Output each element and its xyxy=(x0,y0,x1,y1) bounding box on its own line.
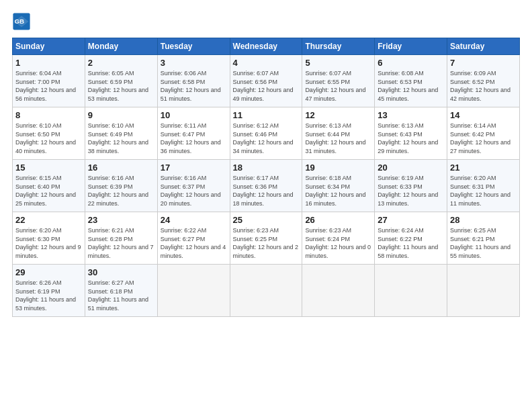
table-row: 1Sunrise: 6:04 AMSunset: 7:00 PMDaylight… xyxy=(13,55,85,107)
day-info: Sunrise: 6:05 AMSunset: 6:59 PMDaylight:… xyxy=(88,69,154,103)
table-row: 23Sunrise: 6:21 AMSunset: 6:28 PMDayligh… xyxy=(85,212,157,265)
table-row: 20Sunrise: 6:19 AMSunset: 6:33 PMDayligh… xyxy=(375,160,447,212)
logo: GB xyxy=(12,12,34,31)
day-info: Sunrise: 6:23 AMSunset: 6:24 PMDaylight:… xyxy=(305,226,371,260)
day-info: Sunrise: 6:22 AMSunset: 6:27 PMDaylight:… xyxy=(161,226,227,260)
day-info: Sunrise: 6:07 AMSunset: 6:56 PMDaylight:… xyxy=(233,69,300,103)
day-number: 29 xyxy=(15,267,82,277)
col-tuesday: Tuesday xyxy=(157,38,230,55)
day-number: 4 xyxy=(233,58,300,68)
day-number: 23 xyxy=(88,215,154,225)
day-number: 19 xyxy=(305,163,371,173)
day-info: Sunrise: 6:06 AMSunset: 6:58 PMDaylight:… xyxy=(161,69,227,103)
page-header: GB xyxy=(12,12,520,31)
table-row: 18Sunrise: 6:17 AMSunset: 6:36 PMDayligh… xyxy=(230,160,302,212)
day-number: 20 xyxy=(378,163,444,173)
day-info: Sunrise: 6:26 AMSunset: 6:19 PMDaylight:… xyxy=(15,279,82,312)
svg-text:GB: GB xyxy=(15,17,25,25)
day-number: 17 xyxy=(161,163,227,173)
day-info: Sunrise: 6:20 AMSunset: 6:30 PMDaylight:… xyxy=(15,226,82,260)
table-row: 5Sunrise: 6:07 AMSunset: 6:55 PMDaylight… xyxy=(302,55,375,107)
day-info: Sunrise: 6:27 AMSunset: 6:18 PMDaylight:… xyxy=(88,279,154,312)
day-info: Sunrise: 6:16 AMSunset: 6:37 PMDaylight:… xyxy=(161,174,227,208)
table-row: 12Sunrise: 6:13 AMSunset: 6:44 PMDayligh… xyxy=(302,107,375,160)
table-row: 7Sunrise: 6:09 AMSunset: 6:52 PMDaylight… xyxy=(447,55,520,107)
day-number: 8 xyxy=(15,110,82,120)
day-number: 7 xyxy=(450,58,517,68)
day-number: 24 xyxy=(161,215,227,225)
table-row xyxy=(447,265,520,317)
day-info: Sunrise: 6:10 AMSunset: 6:49 PMDaylight:… xyxy=(88,122,154,155)
table-row xyxy=(375,265,447,317)
table-row: 11Sunrise: 6:12 AMSunset: 6:46 PMDayligh… xyxy=(230,107,302,160)
table-row: 10Sunrise: 6:11 AMSunset: 6:47 PMDayligh… xyxy=(157,107,230,160)
day-number: 21 xyxy=(450,163,517,173)
day-info: Sunrise: 6:23 AMSunset: 6:25 PMDaylight:… xyxy=(233,226,300,260)
day-info: Sunrise: 6:12 AMSunset: 6:46 PMDaylight:… xyxy=(233,122,300,155)
day-number: 3 xyxy=(161,58,227,68)
table-row: 29Sunrise: 6:26 AMSunset: 6:19 PMDayligh… xyxy=(13,265,85,317)
day-info: Sunrise: 6:14 AMSunset: 6:42 PMDaylight:… xyxy=(450,122,517,155)
col-saturday: Saturday xyxy=(447,38,520,55)
day-info: Sunrise: 6:09 AMSunset: 6:52 PMDaylight:… xyxy=(450,69,517,103)
table-row: 4Sunrise: 6:07 AMSunset: 6:56 PMDaylight… xyxy=(230,55,302,107)
calendar-week-row: 8Sunrise: 6:10 AMSunset: 6:50 PMDaylight… xyxy=(13,107,520,160)
day-number: 1 xyxy=(15,58,82,68)
table-row: 25Sunrise: 6:23 AMSunset: 6:25 PMDayligh… xyxy=(230,212,302,265)
day-number: 28 xyxy=(450,215,517,225)
day-number: 16 xyxy=(88,163,154,173)
day-number: 5 xyxy=(305,58,371,68)
table-row: 24Sunrise: 6:22 AMSunset: 6:27 PMDayligh… xyxy=(157,212,230,265)
day-info: Sunrise: 6:15 AMSunset: 6:40 PMDaylight:… xyxy=(15,174,82,208)
day-number: 22 xyxy=(15,215,82,225)
col-friday: Friday xyxy=(375,38,447,55)
day-number: 14 xyxy=(450,110,517,120)
table-row: 17Sunrise: 6:16 AMSunset: 6:37 PMDayligh… xyxy=(157,160,230,212)
table-row xyxy=(230,265,302,317)
calendar-week-row: 22Sunrise: 6:20 AMSunset: 6:30 PMDayligh… xyxy=(13,212,520,265)
col-sunday: Sunday xyxy=(13,38,85,55)
table-row: 8Sunrise: 6:10 AMSunset: 6:50 PMDaylight… xyxy=(13,107,85,160)
day-info: Sunrise: 6:20 AMSunset: 6:31 PMDaylight:… xyxy=(450,174,517,208)
day-number: 26 xyxy=(305,215,371,225)
table-row: 13Sunrise: 6:13 AMSunset: 6:43 PMDayligh… xyxy=(375,107,447,160)
day-info: Sunrise: 6:11 AMSunset: 6:47 PMDaylight:… xyxy=(161,122,227,155)
day-number: 9 xyxy=(88,110,154,120)
table-row: 22Sunrise: 6:20 AMSunset: 6:30 PMDayligh… xyxy=(13,212,85,265)
day-info: Sunrise: 6:17 AMSunset: 6:36 PMDaylight:… xyxy=(233,174,300,208)
day-info: Sunrise: 6:19 AMSunset: 6:33 PMDaylight:… xyxy=(378,174,444,208)
table-row: 19Sunrise: 6:18 AMSunset: 6:34 PMDayligh… xyxy=(302,160,375,212)
table-row xyxy=(302,265,375,317)
day-number: 18 xyxy=(233,163,300,173)
calendar-table: Sunday Monday Tuesday Wednesday Thursday… xyxy=(12,38,520,317)
calendar-week-row: 1Sunrise: 6:04 AMSunset: 7:00 PMDaylight… xyxy=(13,55,520,107)
table-row: 9Sunrise: 6:10 AMSunset: 6:49 PMDaylight… xyxy=(85,107,157,160)
day-info: Sunrise: 6:10 AMSunset: 6:50 PMDaylight:… xyxy=(15,122,82,155)
calendar-week-row: 29Sunrise: 6:26 AMSunset: 6:19 PMDayligh… xyxy=(13,265,520,317)
table-row: 14Sunrise: 6:14 AMSunset: 6:42 PMDayligh… xyxy=(447,107,520,160)
day-info: Sunrise: 6:25 AMSunset: 6:21 PMDaylight:… xyxy=(450,226,517,260)
day-number: 30 xyxy=(88,267,154,277)
table-row xyxy=(157,265,230,317)
day-number: 11 xyxy=(233,110,300,120)
table-row: 27Sunrise: 6:24 AMSunset: 6:22 PMDayligh… xyxy=(375,212,447,265)
table-row: 2Sunrise: 6:05 AMSunset: 6:59 PMDaylight… xyxy=(85,55,157,107)
day-info: Sunrise: 6:13 AMSunset: 6:44 PMDaylight:… xyxy=(305,122,371,155)
table-row: 16Sunrise: 6:16 AMSunset: 6:39 PMDayligh… xyxy=(85,160,157,212)
day-info: Sunrise: 6:18 AMSunset: 6:34 PMDaylight:… xyxy=(305,174,371,208)
day-number: 10 xyxy=(161,110,227,120)
table-row: 3Sunrise: 6:06 AMSunset: 6:58 PMDaylight… xyxy=(157,55,230,107)
col-thursday: Thursday xyxy=(302,38,375,55)
table-row: 28Sunrise: 6:25 AMSunset: 6:21 PMDayligh… xyxy=(447,212,520,265)
calendar-header-row: Sunday Monday Tuesday Wednesday Thursday… xyxy=(13,38,520,55)
day-info: Sunrise: 6:07 AMSunset: 6:55 PMDaylight:… xyxy=(305,69,371,103)
table-row: 6Sunrise: 6:08 AMSunset: 6:53 PMDaylight… xyxy=(375,55,447,107)
table-row: 26Sunrise: 6:23 AMSunset: 6:24 PMDayligh… xyxy=(302,212,375,265)
day-info: Sunrise: 6:08 AMSunset: 6:53 PMDaylight:… xyxy=(378,69,444,103)
day-number: 6 xyxy=(378,58,444,68)
day-number: 13 xyxy=(378,110,444,120)
day-info: Sunrise: 6:04 AMSunset: 7:00 PMDaylight:… xyxy=(15,69,82,103)
day-info: Sunrise: 6:21 AMSunset: 6:28 PMDaylight:… xyxy=(88,226,154,260)
day-number: 2 xyxy=(88,58,154,68)
table-row: 30Sunrise: 6:27 AMSunset: 6:18 PMDayligh… xyxy=(85,265,157,317)
